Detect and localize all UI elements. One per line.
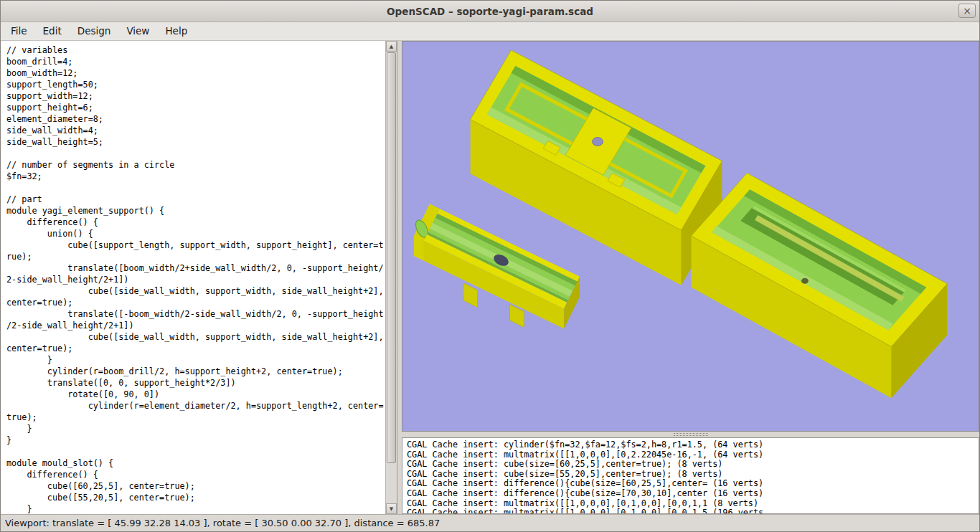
scrollbar-thumb[interactable] bbox=[387, 52, 396, 463]
code-line: boom_width=12; bbox=[6, 67, 385, 79]
code-line: module yagi_element_support() { bbox=[6, 205, 385, 217]
code-line: // part bbox=[6, 194, 385, 205]
code-line: support_width=12; bbox=[6, 90, 385, 102]
console-log-line: CGAL Cache insert: cube(size=[60,25,5],c… bbox=[407, 460, 979, 470]
code-line: cube([55,20,5], center=true); bbox=[6, 492, 385, 503]
console-log-line: CGAL Cache insert: difference(){cube(siz… bbox=[407, 489, 979, 499]
title-bar: OpenSCAD – soporte-yagi-param.scad × bbox=[1, 1, 979, 22]
code-line: /2-side_wall_height/2+1]) bbox=[6, 320, 385, 331]
close-icon: × bbox=[963, 5, 971, 16]
code-editor[interactable]: // variablesboom_drill=4;boom_width=12;s… bbox=[1, 41, 385, 514]
3d-viewport[interactable] bbox=[402, 41, 979, 432]
code-line: translate([boom_width/2+side_wall_width/… bbox=[6, 262, 385, 274]
code-line: union() { bbox=[6, 228, 385, 239]
editor-scrollbar[interactable]: ▲ ▼ bbox=[385, 41, 397, 514]
drill-hole bbox=[593, 138, 603, 146]
code-line bbox=[6, 148, 385, 159]
console-log-line: CGAL Cache insert: difference(){cube(siz… bbox=[407, 479, 979, 489]
code-line: } bbox=[6, 423, 385, 434]
splitter-handle-icon bbox=[674, 433, 708, 436]
menubar-item[interactable]: File bbox=[3, 22, 35, 40]
code-line bbox=[6, 182, 385, 194]
code-line: support_height=6; bbox=[6, 102, 385, 113]
code-line: support_length=50; bbox=[6, 79, 385, 90]
code-line: rue); bbox=[6, 251, 385, 262]
code-line: } bbox=[6, 354, 385, 366]
code-line: rotate([0, 90, 0]) bbox=[6, 389, 385, 400]
code-line: difference() { bbox=[6, 217, 385, 228]
code-line: cube([side_wall_width, support_width, si… bbox=[6, 285, 385, 297]
code-editor-pane: // variablesboom_drill=4;boom_width=12;s… bbox=[1, 41, 397, 514]
code-line: side_wall_height=5; bbox=[6, 136, 385, 148]
scroll-up-arrow-icon[interactable]: ▲ bbox=[386, 41, 397, 52]
close-button[interactable]: × bbox=[958, 4, 976, 18]
code-line: element_diameter=8; bbox=[6, 113, 385, 125]
code-line: true); bbox=[6, 412, 385, 423]
code-line: translate([-boom_width/2-side_wall_width… bbox=[6, 308, 385, 320]
console-log-line: CGAL Cache insert: multmatrix([[1,0,0,0]… bbox=[407, 508, 979, 514]
scrollbar-track[interactable] bbox=[386, 52, 397, 503]
code-line: $fn=32; bbox=[6, 171, 385, 182]
status-bar: Viewport: translate = [ 45.99 32.28 14.0… bbox=[1, 514, 979, 531]
code-line: module mould_slot() { bbox=[6, 457, 385, 469]
code-line: } bbox=[6, 434, 385, 446]
code-line: cylinder(r=element_diameter/2, h=support… bbox=[6, 400, 385, 412]
openscad-window: OpenSCAD – soporte-yagi-param.scad × Fil… bbox=[0, 0, 980, 532]
viewport-status-text: Viewport: translate = [ 45.99 32.28 14.0… bbox=[5, 518, 440, 528]
window-title: OpenSCAD – soporte-yagi-param.scad bbox=[387, 6, 593, 17]
code-line: boom_drill=4; bbox=[6, 56, 385, 67]
code-line: 2-side_wall_height/2+1]) bbox=[6, 274, 385, 285]
code-line: // number of segments in a circle bbox=[6, 159, 385, 171]
slot-drill-hole bbox=[801, 278, 809, 284]
console-log-line: CGAL Cache insert: multmatrix([[1,0,0,0]… bbox=[407, 450, 979, 460]
code-line bbox=[6, 446, 385, 457]
right-column: CGAL Cache insert: cylinder($fn=32,$fa=1… bbox=[402, 41, 979, 514]
code-line: // variables bbox=[6, 44, 385, 56]
code-line: difference() { bbox=[6, 469, 385, 480]
code-line: cylinder(r=boom_drill/2, h=support_heigh… bbox=[6, 366, 385, 377]
main-content: // variablesboom_drill=4;boom_width=12;s… bbox=[1, 41, 979, 514]
code-line: translate([0, 0, support_height*2/3]) bbox=[6, 377, 385, 389]
code-line: center=true); bbox=[6, 297, 385, 308]
menubar-item[interactable]: Design bbox=[70, 22, 119, 40]
code-line: side_wall_width=4; bbox=[6, 125, 385, 136]
menubar-item[interactable]: Edit bbox=[35, 22, 70, 40]
console-log-line: CGAL Cache insert: multmatrix([[1,0,0,0]… bbox=[407, 499, 979, 509]
menu-bar: FileEditDesignViewHelp bbox=[1, 22, 979, 41]
console-log-line: CGAL Cache insert: cube(size=[55,20,5],c… bbox=[407, 470, 979, 480]
horizontal-splitter[interactable] bbox=[402, 432, 979, 437]
rendered-scene bbox=[402, 42, 979, 431]
scroll-down-arrow-icon[interactable]: ▼ bbox=[386, 503, 397, 514]
code-line: cube([side_wall_width, support_width, si… bbox=[6, 331, 385, 343]
console-log-line: CGAL Cache insert: cylinder($fn=32,$fa=1… bbox=[407, 440, 979, 450]
code-line: center=true); bbox=[6, 343, 385, 354]
code-line: cube([60,25,5], center=true); bbox=[6, 480, 385, 492]
console-pane[interactable]: CGAL Cache insert: cylinder($fn=32,$fa=1… bbox=[402, 437, 979, 514]
code-line: } bbox=[6, 503, 385, 514]
menubar-item[interactable]: Help bbox=[157, 22, 195, 40]
code-line: cube([support_length, support_width, sup… bbox=[6, 239, 385, 251]
menubar-item[interactable]: View bbox=[118, 22, 157, 40]
